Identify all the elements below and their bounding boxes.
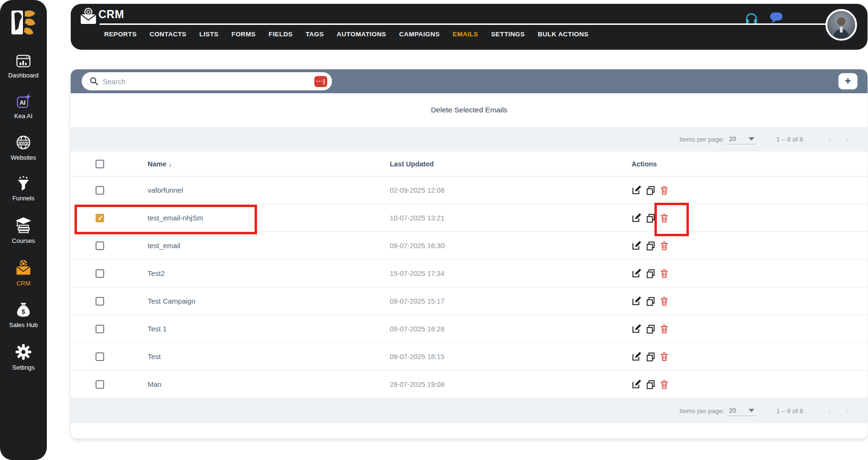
column-header-name[interactable]: Name ↓: [148, 160, 390, 168]
duplicate-button[interactable]: [646, 186, 655, 195]
delete-button[interactable]: [660, 380, 669, 389]
row-checkbox[interactable]: [96, 352, 104, 361]
page-range: 1 – 8 of 8: [776, 136, 803, 143]
nav-item[interactable]: REPORTS: [104, 31, 137, 38]
last-updated-value: 09-07-2025 15:17: [390, 297, 632, 305]
edit-button[interactable]: [632, 213, 642, 223]
items-per-page-value: 20: [729, 407, 736, 414]
table-row: Test 09-07-2025 18:15: [71, 343, 868, 371]
nav-item[interactable]: EMAILS: [453, 31, 478, 38]
edit-icon: [632, 213, 642, 223]
chat-icon[interactable]: [769, 11, 783, 25]
edit-icon: [632, 324, 642, 334]
bulk-action-bar: Delete Selected Emails: [71, 93, 868, 127]
nav-item[interactable]: BULK ACTIONS: [538, 31, 589, 38]
sidebar-item-label: Dashboard: [8, 72, 39, 79]
nav-item[interactable]: FORMS: [232, 31, 256, 38]
items-per-page-select[interactable]: 20: [727, 134, 756, 144]
email-name-link[interactable]: test_email: [148, 241, 390, 250]
email-name-link[interactable]: Test 1: [148, 325, 390, 333]
items-per-page-select[interactable]: 20: [727, 406, 756, 416]
add-email-button[interactable]: +: [838, 73, 857, 89]
items-per-page-label: Items per page:: [679, 136, 724, 143]
sidebar-item-sales-hub[interactable]: $ Sales Hub: [0, 301, 46, 329]
email-name-link[interactable]: Test: [148, 352, 390, 361]
sidebar-item-label: Funnels: [12, 195, 34, 202]
sidebar-item-settings[interactable]: Settings: [0, 343, 46, 371]
duplicate-button[interactable]: [646, 352, 655, 361]
sidebar-item-funnels[interactable]: Funnels: [0, 175, 46, 202]
duplicate-button[interactable]: [646, 213, 655, 223]
edit-icon: [632, 268, 642, 278]
prev-page-button[interactable]: ‹: [828, 405, 831, 416]
trash-icon: [660, 352, 669, 361]
nav-item[interactable]: SETTINGS: [491, 31, 525, 38]
edit-button[interactable]: [632, 351, 642, 361]
edit-button[interactable]: [632, 379, 642, 389]
table-row: test_email 09-07-2025 16:30: [71, 232, 868, 260]
delete-button[interactable]: [660, 241, 669, 251]
duplicate-icon: [646, 296, 655, 306]
sidebar-item-websites[interactable]: WWW Websites: [0, 134, 46, 161]
email-name-link[interactable]: Test Campaign: [148, 297, 390, 305]
row-checkbox[interactable]: [96, 214, 104, 222]
edit-button[interactable]: [632, 296, 642, 306]
table-header: Name ↓ Last Updated Actions: [71, 152, 868, 176]
duplicate-button[interactable]: [646, 269, 655, 278]
headset-icon[interactable]: [744, 11, 759, 25]
table-row: Test2 15-07-2025 17:34: [71, 260, 868, 287]
nav-item[interactable]: FIELDS: [268, 31, 292, 38]
email-name-link[interactable]: Test2: [148, 269, 390, 277]
duplicate-button[interactable]: [646, 241, 655, 251]
next-page-button[interactable]: ›: [845, 405, 848, 416]
sidebar-item-crm[interactable]: CRM: [0, 259, 46, 287]
edit-icon: [632, 185, 642, 195]
row-checkbox[interactable]: [96, 380, 104, 389]
delete-button[interactable]: [660, 324, 669, 334]
delete-button[interactable]: [660, 352, 669, 361]
sort-desc-icon: ↓: [169, 160, 172, 168]
duplicate-icon: [646, 324, 655, 334]
email-name-link[interactable]: Man: [148, 380, 390, 388]
column-header-last-updated[interactable]: Last Updated: [390, 160, 632, 168]
edit-button[interactable]: [632, 268, 642, 278]
delete-selected-button[interactable]: Delete Selected Emails: [431, 106, 507, 114]
search-input[interactable]: [103, 77, 314, 86]
search-icon: [89, 77, 99, 86]
delete-button[interactable]: [660, 296, 669, 306]
duplicate-button[interactable]: [646, 380, 655, 389]
nav-item[interactable]: AUTOMATIONS: [337, 31, 386, 38]
row-checkbox[interactable]: [96, 186, 104, 195]
sidebar-item-courses[interactable]: Courses: [0, 216, 46, 244]
email-name-link[interactable]: test_email-nhjSm: [148, 214, 390, 222]
delete-button[interactable]: [660, 269, 669, 278]
top-nav: REPORTS CONTACTS LISTS FORMS FIELDS TAGS…: [104, 31, 589, 38]
table-row: Test 1 09-07-2025 16:28: [71, 315, 868, 343]
row-checkbox[interactable]: [96, 325, 104, 333]
next-page-button[interactable]: ›: [845, 134, 848, 144]
sidebar-item-dashboard[interactable]: Dashboard: [0, 53, 46, 79]
nav-item[interactable]: LISTS: [199, 31, 218, 38]
kea-logo[interactable]: [9, 8, 38, 38]
select-all-checkbox[interactable]: [96, 160, 104, 168]
row-checkbox[interactable]: [96, 297, 104, 306]
duplicate-button[interactable]: [646, 296, 655, 306]
prev-page-button[interactable]: ‹: [828, 134, 831, 144]
edit-button[interactable]: [632, 185, 642, 195]
sidebar-item-label: Courses: [12, 237, 35, 244]
edit-button[interactable]: [632, 241, 642, 251]
user-avatar[interactable]: [825, 9, 857, 41]
nav-item[interactable]: TAGS: [306, 31, 324, 38]
duplicate-button[interactable]: [646, 324, 655, 334]
email-name-link[interactable]: vaforfunnel: [148, 186, 390, 194]
sidebar-item-kea-ai[interactable]: AI Kea AI: [0, 93, 46, 120]
edit-button[interactable]: [632, 324, 642, 334]
nav-item[interactable]: CAMPAIGNS: [399, 31, 439, 38]
trash-icon: [660, 380, 669, 389]
nav-item[interactable]: CONTACTS: [150, 31, 186, 38]
delete-button[interactable]: [660, 213, 669, 223]
password-extension-icon[interactable]: ···|: [314, 76, 327, 87]
row-checkbox[interactable]: [96, 241, 104, 250]
row-checkbox[interactable]: [96, 269, 104, 278]
delete-button[interactable]: [660, 186, 669, 195]
